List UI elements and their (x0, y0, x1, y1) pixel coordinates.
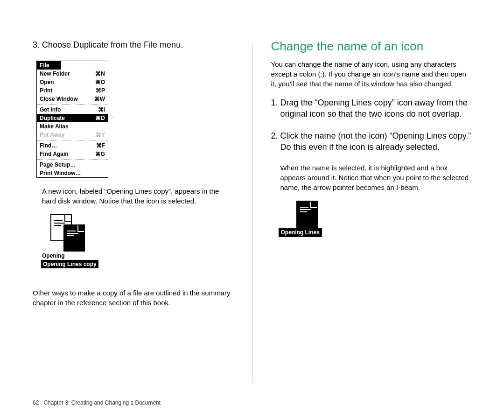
file-menu-title: File (37, 61, 61, 70)
menu-item-find[interactable]: Find…⌘F (37, 141, 108, 150)
section-heading: Change the name of an icon (271, 39, 472, 54)
back-icon-label: Opening (42, 252, 65, 259)
step-1: 1.Drag the “Opening Lines copy” icon awa… (271, 97, 472, 120)
step-3: 3.Choose Duplicate from the File menu. (33, 39, 233, 50)
menu-item-print[interactable]: Print⌘P (37, 86, 108, 95)
document-icon-selected (296, 201, 318, 228)
menu-item-duplicate[interactable]: Duplicate⌘D (37, 114, 108, 122)
page-number: 62 (33, 399, 39, 406)
section-intro: You can change the name of any icon, usi… (271, 59, 472, 89)
step-3-number: 3. (33, 39, 42, 50)
menu-separator (37, 140, 108, 140)
menu-item-page-setup[interactable]: Page Setup… (37, 161, 108, 169)
step-1-line-a: Drag the “Opening Lines copy” icon away … (280, 98, 468, 107)
page-footer: 62 Chapter 3: Creating and Changing a Do… (33, 399, 161, 406)
menu-item-make-alias[interactable]: Make Alias (37, 122, 108, 131)
menu-item-new-folder[interactable]: New Folder⌘N (37, 70, 108, 78)
step-2-line-b: Do this even if the icon is already sele… (280, 141, 472, 153)
step-2-number: 2. (271, 130, 280, 141)
column-divider (252, 43, 252, 383)
step-3-text: Choose Duplicate from the File menu. (42, 40, 183, 49)
menu-item-open[interactable]: Open⌘O (37, 78, 108, 86)
menu-item-print-window[interactable]: Print Window… (37, 169, 108, 177)
step-2-line-a: Click the name (not the icon) “Opening L… (280, 131, 471, 140)
file-menu: File New Folder⌘N Open⌘O Print⌘P Close W… (36, 61, 108, 178)
step-1-number: 1. (271, 97, 280, 108)
single-icon-figure: Opening Lines copy (280, 201, 359, 247)
front-icon-label-selected: Opening Lines copy (42, 261, 98, 267)
menu-separator (37, 159, 108, 160)
menu-item-find-again[interactable]: Find Again⌘G (37, 150, 108, 158)
rename-label-part-a[interactable]: Opening Lines (280, 229, 321, 236)
menu-item-get-info[interactable]: Get Info⌘I (37, 105, 108, 114)
post-menu-paragraph: A new icon, labeled “Opening Lines copy”… (42, 186, 233, 206)
document-icon-selected (63, 224, 85, 252)
step-1-line-b: original icon so that the two icons do n… (280, 108, 472, 119)
file-menu-figure: File New Folder⌘N Open⌘O Print⌘P Close W… (36, 61, 233, 178)
two-icons-figure: Opening Opening Lines copy (41, 214, 120, 280)
chapter-label: Chapter 3: Creating and Changing a Docum… (43, 399, 161, 406)
step-2: 2.Click the name (not the icon) “Opening… (271, 130, 472, 153)
menu-item-close-window[interactable]: Close Window⌘W (37, 95, 108, 103)
post-step2-paragraph: When the name is selected, it is highlig… (280, 163, 472, 192)
menu-item-put-away: Put Away⌘Y (37, 131, 108, 139)
left-column: 3.Choose Duplicate from the File menu. F… (33, 39, 233, 420)
closing-paragraph: Other ways to make a copy of a file are … (33, 288, 233, 308)
right-column: Change the name of an icon You can chang… (271, 39, 472, 420)
menu-separator (37, 104, 108, 105)
